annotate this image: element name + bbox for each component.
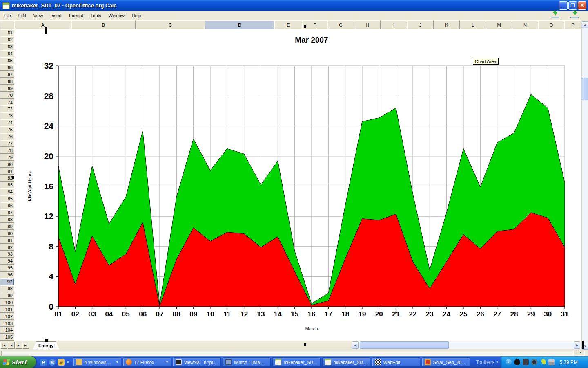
taskbar-button-solar-sep-20-[interactable]: Solar_Sep_20... — [422, 357, 470, 367]
menu-window[interactable]: Window — [105, 12, 128, 19]
menu-insert[interactable]: Insert — [47, 12, 65, 19]
vertical-scrollbar[interactable]: ▲ ▼ — [581, 21, 588, 350]
row-header-61[interactable]: 61 — [0, 29, 14, 36]
row-header-71[interactable]: 71 — [0, 99, 14, 105]
row-header-74[interactable]: 74 — [0, 119, 14, 126]
taskbar-button-mikebaker-sd-[interactable]: mikebaker_SD... — [322, 357, 370, 367]
row-header-65[interactable]: 65 — [0, 57, 14, 64]
sheet-tab-energy[interactable]: Energy — [33, 341, 59, 350]
row-header-69[interactable]: 69 — [0, 85, 14, 92]
internet-icon[interactable]: e — [40, 359, 47, 366]
row-header-86[interactable]: 86 — [0, 202, 14, 209]
group-dropdown-icon[interactable]: ▼ — [116, 361, 118, 364]
column-header-K[interactable]: K — [434, 20, 460, 29]
row-header-99[interactable]: 99 — [0, 292, 14, 299]
row-header-70[interactable]: 70 — [0, 92, 14, 99]
start-button[interactable]: start — [0, 356, 36, 368]
paw-icon[interactable] — [514, 359, 520, 365]
sheet-area[interactable]: 0481216202428320102030405060708091011121… — [14, 29, 581, 341]
row-header-64[interactable]: 64 — [0, 50, 14, 57]
row-header-98[interactable]: 98 — [0, 285, 14, 292]
row-header-75[interactable]: 75 — [0, 126, 14, 133]
taskbar-button-imatch-ima-[interactable]: IMatch - [IMa... — [223, 357, 271, 367]
scroll-right-icon[interactable]: ▶ — [574, 341, 580, 349]
horizontal-scroll-thumb[interactable] — [360, 341, 449, 349]
first-sheet-icon[interactable]: |◀ — [0, 342, 7, 349]
row-header-73[interactable]: 73 — [0, 112, 14, 119]
row-header-93[interactable]: 93 — [0, 251, 14, 258]
last-sheet-icon[interactable]: ▶| — [22, 342, 29, 349]
menu-tools[interactable]: Tools — [87, 12, 105, 19]
row-header-97[interactable]: 97 — [0, 278, 14, 285]
row-header-91[interactable]: 91 — [0, 237, 14, 244]
row-header-90[interactable]: 90 — [0, 230, 14, 237]
row-header-67[interactable]: 67 — [0, 71, 14, 78]
area-chart[interactable]: 0481216202428320102030405060708091011121… — [14, 29, 581, 341]
row-header-101[interactable]: 101 — [0, 306, 14, 313]
row-header-77[interactable]: 77 — [0, 140, 14, 147]
vertical-scroll-thumb[interactable] — [582, 78, 588, 100]
scroll-left-icon[interactable]: ◀ — [352, 341, 359, 349]
row-header-83[interactable]: 83 — [0, 182, 14, 188]
row-header-92[interactable]: 92 — [0, 244, 14, 251]
close-button[interactable]: ✕ — [578, 1, 586, 10]
export-down-arrow-icon[interactable] — [570, 12, 579, 19]
column-header-N[interactable]: N — [512, 20, 538, 29]
menu-format[interactable]: Format — [65, 12, 87, 19]
row-header-80[interactable]: 80 — [0, 161, 14, 168]
camera-icon[interactable] — [523, 359, 529, 365]
menu-view[interactable]: View — [30, 12, 47, 19]
quick-launch-overflow-icon[interactable]: » — [67, 360, 69, 364]
column-header-I[interactable]: I — [381, 20, 407, 29]
row-header-94[interactable]: 94 — [0, 258, 14, 265]
column-header-A[interactable]: A — [14, 20, 71, 29]
column-header-E[interactable]: E — [274, 20, 302, 29]
column-header-M[interactable]: M — [486, 20, 512, 29]
taskbar-button-4-windows-[interactable]: 4 Windows ...▼ — [73, 357, 121, 367]
column-header-F[interactable]: F — [302, 20, 327, 29]
column-header-P[interactable]: P — [564, 20, 581, 29]
minimize-button[interactable]: _ — [559, 1, 568, 10]
moon-icon[interactable] — [540, 359, 546, 365]
group-dropdown-icon[interactable]: ▼ — [165, 361, 168, 364]
taskbar-button-webedit[interactable]: WebEdit — [372, 357, 420, 367]
toolbars-overflow-icon[interactable]: » — [496, 360, 499, 364]
horizontal-scrollbar[interactable]: ◀ ▶ — [352, 341, 581, 349]
row-header-102[interactable]: 102 — [0, 313, 14, 320]
column-header-C[interactable]: C — [136, 20, 205, 29]
next-sheet-icon[interactable]: ▶ — [15, 342, 22, 349]
previous-sheet-icon[interactable]: ◀ — [8, 342, 15, 349]
scroll-up-icon[interactable]: ▲ — [582, 21, 588, 28]
column-header-B[interactable]: B — [71, 20, 136, 29]
row-header-76[interactable]: 76 — [0, 133, 14, 140]
taskbar-button-17-firefox[interactable]: 17 Firefox▼ — [123, 357, 171, 367]
row-header-89[interactable]: 89 — [0, 223, 14, 230]
row-header-88[interactable]: 88 — [0, 216, 14, 223]
row-header-84[interactable]: 84 — [0, 188, 14, 195]
webcam-icon[interactable] — [531, 359, 537, 365]
row-header-96[interactable]: 96 — [0, 272, 14, 278]
menu-edit[interactable]: Edit — [15, 12, 30, 19]
select-all-corner[interactable] — [0, 20, 14, 29]
mail-icon[interactable]: ✉ — [49, 359, 56, 366]
taskbar-button-mikebaker-sd-[interactable]: mikebaker_SD... — [272, 357, 321, 367]
column-header-G[interactable]: G — [327, 20, 354, 29]
column-header-O[interactable]: O — [538, 20, 564, 29]
row-header-62[interactable]: 62 — [0, 36, 14, 43]
chart-handle-bottom[interactable] — [304, 343, 306, 346]
restore-button[interactable]: ❐ — [568, 1, 577, 10]
folder-icon[interactable]: ▰ — [58, 359, 65, 366]
row-header-78[interactable]: 78 — [0, 147, 14, 154]
export-down-arrow-icon[interactable] — [550, 12, 559, 19]
chart-handle-left[interactable] — [12, 176, 14, 179]
row-header-81[interactable]: 81 — [0, 168, 14, 175]
tray-collapse-icon[interactable]: ‹ — [506, 359, 512, 365]
row-header-105[interactable]: 105 — [0, 334, 14, 341]
row-header-103[interactable]: 103 — [0, 320, 14, 327]
lock-icon[interactable] — [548, 359, 555, 365]
row-header-68[interactable]: 68 — [0, 78, 14, 85]
chart-handle-corner[interactable] — [582, 341, 584, 349]
row-header-104[interactable]: 104 — [0, 327, 14, 334]
row-header-66[interactable]: 66 — [0, 64, 14, 71]
taskbar-button-viewnx-k-pi-[interactable]: ViewNX - K:\pi... — [173, 357, 221, 367]
